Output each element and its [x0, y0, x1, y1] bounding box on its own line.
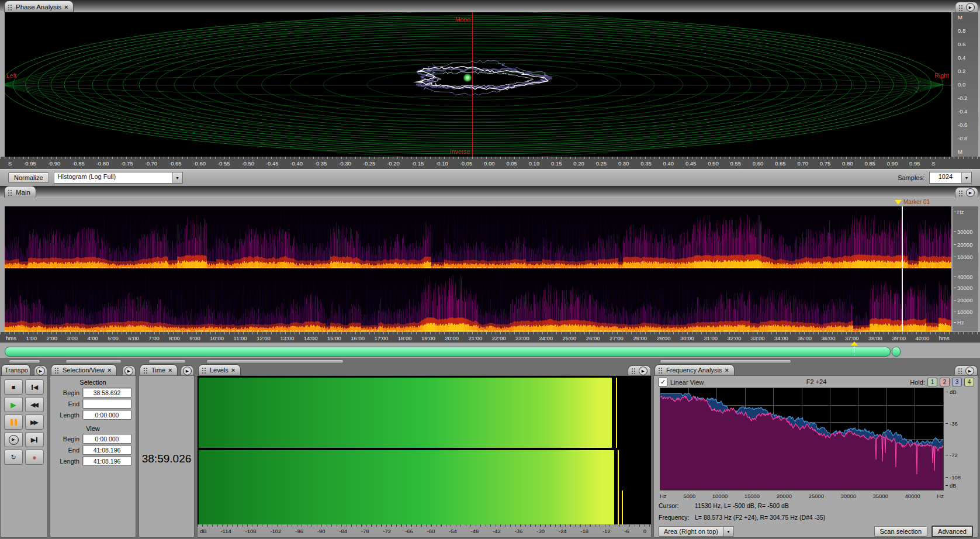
panel-drag-bar[interactable] — [148, 360, 185, 364]
spectrogram-right-channel[interactable] — [5, 271, 951, 331]
time-tick: 29:00 — [657, 335, 671, 341]
grip-icon[interactable] — [202, 367, 207, 374]
spectrum-hz-axis: Hz50001000015000200002500030000350004000… — [660, 493, 944, 499]
tab-transport[interactable]: Transpo — [1, 364, 30, 375]
tab-levels[interactable]: Levels × — [198, 364, 241, 375]
panel-menu-button[interactable]: ▶ — [36, 367, 45, 375]
tab-time[interactable]: Time × — [140, 364, 178, 375]
view-length-field[interactable]: 41:08.196 — [82, 456, 131, 466]
loop-button[interactable]: ↻ — [4, 450, 23, 465]
area-mode-select[interactable]: Area (Right on top) ▼ — [659, 526, 734, 537]
frequency-controls: ✓ Linear View F2 +24 Hold: 1 2 3 4 — [659, 378, 974, 387]
phase-x-tick: -0.40 — [290, 160, 303, 167]
phase-scope[interactable]: Mono Inverse Left Right — [5, 12, 951, 157]
chevron-down-icon[interactable]: ▼ — [961, 172, 971, 183]
rewind-button[interactable]: ◀◀ — [25, 397, 44, 412]
panel-menu-button[interactable]: ▶ — [965, 367, 974, 375]
hold-button-3[interactable]: 3 — [952, 378, 962, 386]
time-ruler[interactable]: hms1:002:003:004:005:006:007:008:009:001… — [0, 332, 980, 343]
grip-icon[interactable] — [54, 367, 60, 374]
spectrum-canvas[interactable] — [660, 388, 943, 490]
samples-select[interactable]: 1024 ▼ — [929, 172, 972, 184]
close-icon[interactable]: × — [231, 367, 235, 374]
grip-icon[interactable] — [8, 4, 13, 11]
marker-triangle-icon[interactable] — [895, 200, 902, 205]
chevron-down-icon[interactable]: ▼ — [172, 172, 182, 183]
close-icon[interactable]: × — [725, 367, 728, 374]
play-from-cursor-button[interactable]: ▶ — [4, 432, 23, 447]
tab-main[interactable]: Main — [4, 186, 36, 198]
panel-drag-bar[interactable] — [9, 360, 40, 364]
freq-tick: 30000 — [957, 285, 972, 291]
record-button[interactable]: ● — [25, 450, 44, 465]
horizontal-scrollbar[interactable] — [5, 347, 891, 357]
tab-frequency-analysis[interactable]: Frequency Analysis × — [655, 364, 735, 375]
levels-body[interactable]: dB-114-108-102-96-90-84-78-72-66-60-54-4… — [197, 375, 652, 538]
tab-selection-view[interactable]: Selection/View × — [51, 364, 117, 375]
panel-menu-button[interactable]: ▶ — [966, 188, 975, 197]
selection-view-panel: Selection/View × ▶ Selection Begin 38:58… — [50, 358, 136, 538]
hold-button-1[interactable]: 1 — [927, 378, 937, 386]
advanced-button[interactable]: Advanced — [931, 526, 973, 537]
panel-menu-button[interactable]: ▶ — [966, 3, 975, 12]
go-to-end-button[interactable]: ▶ — [25, 432, 44, 447]
main-panel-corner: ▶ — [955, 187, 978, 198]
levels-tabrow: Levels × ▶ — [197, 364, 652, 375]
normalize-button[interactable]: Normalize — [8, 172, 49, 183]
grip-icon[interactable] — [8, 189, 13, 196]
play-button[interactable]: ▶ — [4, 397, 23, 412]
phase-scope-canvas[interactable] — [5, 12, 951, 157]
go-to-beginning-button[interactable]: ◀ — [25, 379, 44, 395]
panel-drag-bar[interactable] — [660, 360, 791, 364]
close-icon[interactable]: × — [64, 4, 68, 11]
db-tick: dB — [200, 528, 207, 534]
spectrogram-view[interactable] — [5, 206, 951, 331]
phase-x-tick: -0.75 — [120, 160, 133, 167]
spectrogram-left-channel[interactable] — [5, 206, 951, 268]
selection-end-field[interactable] — [82, 399, 131, 409]
time-tick: 27:00 — [610, 335, 624, 341]
time-tick: 30:00 — [680, 335, 694, 341]
tab-label: Main — [16, 189, 30, 196]
view-begin-field[interactable]: 0:00.000 — [82, 434, 131, 444]
grip-icon[interactable] — [958, 367, 963, 374]
phase-analysis-panel: Phase Analysis × ▶ Mono Inverse Left Rig… — [0, 0, 980, 169]
pause-button[interactable] — [4, 414, 23, 430]
scrollbar-end-cap[interactable] — [892, 347, 901, 357]
phase-x-tick: 0.00 — [484, 160, 495, 167]
fast-forward-button[interactable]: ▶▶ — [25, 414, 44, 430]
panel-drag-bar[interactable] — [65, 360, 122, 364]
panel-menu-button[interactable]: ▶ — [124, 367, 133, 375]
time-tabrow: Time × ▶ — [138, 364, 195, 375]
view-end-field[interactable]: 41:08.196 — [82, 445, 131, 455]
selection-begin-row: Begin 38:58.692 — [50, 388, 131, 397]
grip-icon[interactable] — [958, 4, 964, 11]
hold-button-4[interactable]: 4 — [964, 378, 974, 386]
close-icon[interactable]: × — [168, 367, 172, 374]
time-display[interactable]: 38:59.026 — [139, 452, 194, 465]
display-mode-select[interactable]: Histogram (Log Full) ▼ — [54, 172, 183, 184]
grip-icon[interactable] — [143, 367, 148, 374]
panel-drag-bar[interactable] — [206, 360, 344, 364]
scroll-playhead-marker — [854, 347, 855, 355]
grip-icon[interactable] — [958, 189, 964, 196]
panel-menu-button[interactable]: ▶ — [639, 367, 647, 375]
hold-button-2[interactable]: 2 — [940, 378, 950, 386]
selection-length-field[interactable]: 0:00.000 — [82, 410, 131, 420]
tab-phase-analysis[interactable]: Phase Analysis × — [4, 1, 74, 12]
phase-x-tick: 0.75 — [820, 160, 831, 167]
time-tick: 31:00 — [704, 335, 718, 341]
stop-button[interactable]: ■ — [4, 379, 23, 395]
scan-selection-button[interactable]: Scan selection — [874, 526, 928, 537]
marker-ruler[interactable]: Marker 01 — [0, 198, 980, 206]
spectrum-graph[interactable] — [660, 388, 944, 490]
playhead-line[interactable] — [902, 206, 903, 331]
grip-icon[interactable] — [658, 367, 663, 374]
panel-menu-button[interactable]: ▶ — [183, 367, 192, 375]
chevron-down-icon[interactable]: ▼ — [723, 526, 734, 537]
selection-begin-field[interactable]: 38:58.692 — [82, 388, 131, 398]
view-length-row: Length 41:08.196 — [50, 457, 131, 465]
close-icon[interactable]: × — [108, 367, 111, 374]
grip-icon[interactable] — [631, 367, 636, 374]
end-label: End — [50, 447, 79, 454]
